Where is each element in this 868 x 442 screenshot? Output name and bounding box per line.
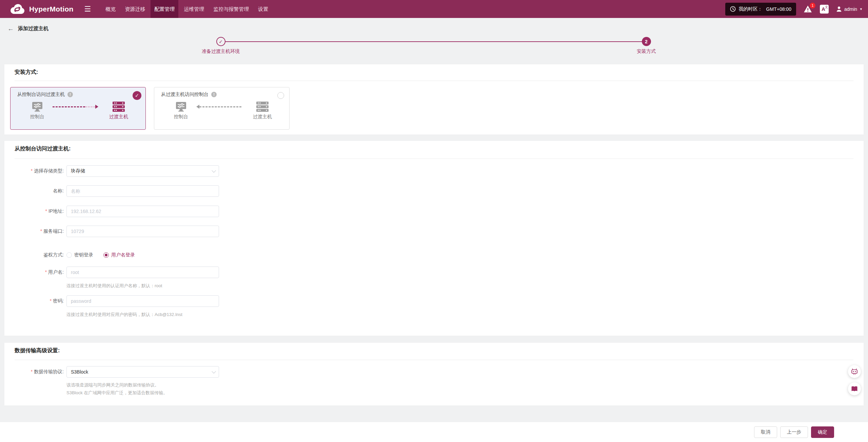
direction-diagram: 控制台 过渡主机 — [11, 102, 145, 120]
timezone-pill: 我的时区： GMT+08:00 — [725, 3, 796, 16]
menu-toggle-icon[interactable]: ☰ — [82, 4, 93, 14]
option-title: 从控制台访问过渡主机 — [17, 91, 65, 98]
step1-check-icon: ✓ — [216, 37, 225, 46]
chevron-down-icon: ▼ — [860, 8, 863, 11]
port-input[interactable] — [66, 226, 219, 237]
ip-label: *IP地址: — [4, 208, 64, 214]
transit-host-icon — [112, 102, 125, 112]
nav-item-settings[interactable]: 设置 — [254, 0, 272, 18]
protocol-label: *数据传输协议: — [4, 369, 64, 375]
nav-right: 我的时区： GMT+08:00 1 A 文 ad — [725, 3, 868, 16]
password-input[interactable] — [66, 295, 219, 307]
console-icon — [176, 102, 186, 112]
username-label: *用户名: — [4, 269, 64, 275]
stepper-line — [225, 41, 642, 42]
transit-host-icon — [256, 102, 269, 112]
protocol-select[interactable]: S3Block — [66, 366, 219, 378]
advanced-section-title: 数据传输高级设置: — [15, 347, 60, 354]
storage-type-label: *选择存储类型: — [4, 168, 64, 174]
ip-input[interactable] — [66, 206, 219, 217]
flow-arrow-right — [53, 102, 103, 112]
stepper-step-2: 2 安装方式 — [609, 37, 684, 55]
stepper-step-1: ✓ 准备过渡主机环境 — [183, 37, 258, 55]
page-title: 添加过渡主机 — [18, 25, 48, 32]
page-head: ← 添加过渡主机 — [7, 24, 48, 33]
step1-label: 准备过渡主机环境 — [202, 48, 240, 55]
info-icon[interactable]: ! — [211, 92, 217, 97]
nav-item-overview[interactable]: 概览 — [102, 0, 119, 18]
clock-icon — [730, 6, 736, 12]
chevron-down-icon — [212, 369, 216, 374]
nav-item-config-management[interactable]: 配置管理 — [151, 0, 178, 18]
username-input[interactable] — [66, 267, 219, 278]
install-method-card: 安装方式: 从控制台访问过渡主机 ! ✓ — [4, 64, 864, 134]
storage-type-select[interactable]: 块存储 — [66, 165, 219, 177]
transit-host-label: 过渡主机 — [253, 114, 272, 120]
auth-method-label: 鉴权方式: — [4, 252, 64, 258]
unselected-radio[interactable] — [277, 92, 284, 99]
alert-count-badge: 1 — [810, 3, 815, 8]
console-label: 控制台 — [174, 114, 188, 120]
name-label: 名称: — [4, 188, 64, 194]
auth-method-radios: 密钥登录 用户名登录 — [66, 252, 135, 258]
info-icon[interactable]: ! — [67, 92, 73, 97]
advanced-settings-card: 数据传输高级设置: *数据传输协议: S3Block 该选项是源端与同步网关之间… — [4, 343, 864, 405]
protocol-hint-1: 该选项是源端与同步网关之间的数据传输协议。 — [66, 382, 159, 388]
brand[interactable]: HyperMotion — [9, 3, 74, 15]
auth-radio-username-login[interactable]: 用户名登录 — [103, 252, 135, 258]
cloud-logo-icon — [9, 3, 25, 15]
divider — [15, 159, 853, 159]
nav-item-ops-management[interactable]: 运维管理 — [180, 0, 208, 18]
robot-icon — [851, 368, 858, 375]
alerts-button[interactable]: 1 — [804, 5, 812, 13]
main-menu: 概览 资源迁移 配置管理 运维管理 监控与报警管理 设置 — [102, 0, 272, 18]
password-label: *密码: — [4, 298, 64, 304]
back-arrow-icon[interactable]: ← — [7, 25, 14, 32]
brand-name: HyperMotion — [29, 5, 74, 13]
port-label: *服务端口: — [4, 228, 64, 234]
radio-off-icon — [66, 252, 72, 258]
timezone-value: GMT+08:00 — [766, 6, 791, 12]
user-menu[interactable]: admin ▼ — [836, 6, 863, 12]
arrow-left-icon — [196, 105, 199, 109]
connection-form-card: 从控制台访问过渡主机: *选择存储类型: 块存储 名称: *IP地址: *服务端… — [4, 141, 864, 336]
direction-diagram: 控制台 过渡主机 — [154, 102, 289, 120]
app-window: HyperMotion ☰ 概览 资源迁移 配置管理 运维管理 监控与报警管理 … — [0, 0, 868, 442]
transit-host-label: 过渡主机 — [109, 114, 128, 120]
previous-step-button[interactable]: 上一步 — [780, 426, 808, 438]
install-option-console-to-transit[interactable]: 从控制台访问过渡主机 ! ✓ 控制台 — [10, 87, 146, 130]
option-title: 从过渡主机访问控制台 — [161, 91, 209, 98]
install-option-transit-to-console[interactable]: 从过渡主机访问控制台 ! 控制台 — [154, 87, 290, 130]
form-section-title: 从控制台访问过渡主机: — [15, 145, 71, 152]
book-icon — [851, 386, 858, 392]
flow-arrow-left — [196, 102, 247, 112]
password-hint: 连接过渡主机时使用对应用户的密码，默认：Acb@132.Inst — [66, 312, 182, 318]
assistant-button[interactable] — [848, 365, 861, 378]
top-nav: HyperMotion ☰ 概览 资源迁移 配置管理 运维管理 监控与报警管理 … — [0, 0, 868, 18]
radio-on-icon — [103, 252, 109, 258]
install-section-title: 安装方式: — [15, 69, 38, 76]
console-icon — [32, 102, 43, 112]
footer-action-bar: 取消 上一步 确定 — [0, 422, 868, 442]
chevron-down-icon — [212, 168, 216, 173]
user-name: admin — [844, 6, 857, 12]
user-icon — [836, 6, 842, 12]
cancel-button[interactable]: 取消 — [754, 426, 777, 438]
nav-item-resource-migration[interactable]: 资源迁移 — [121, 0, 149, 18]
divider — [15, 360, 853, 360]
console-label: 控制台 — [30, 114, 44, 120]
auth-radio-key-login[interactable]: 密钥登录 — [66, 252, 93, 258]
language-switch-icon[interactable]: A 文 — [820, 5, 829, 14]
arrow-right-icon — [95, 105, 98, 109]
step2-label: 安装方式 — [637, 48, 656, 55]
nav-item-monitor-alarm[interactable]: 监控与报警管理 — [210, 0, 253, 18]
timezone-label: 我的时区： — [739, 6, 763, 12]
docs-button[interactable] — [848, 382, 861, 395]
selected-check-icon: ✓ — [133, 91, 141, 100]
protocol-hint-2: S3Block 在广域网中应用广泛，更加适合数据传输。 — [66, 390, 167, 396]
name-input[interactable] — [66, 185, 219, 197]
username-hint: 连接过渡主机时使用的认证用户名称，默认：root — [66, 283, 162, 289]
step2-number: 2 — [642, 37, 651, 46]
confirm-button[interactable]: 确定 — [811, 426, 834, 438]
divider — [15, 81, 853, 81]
